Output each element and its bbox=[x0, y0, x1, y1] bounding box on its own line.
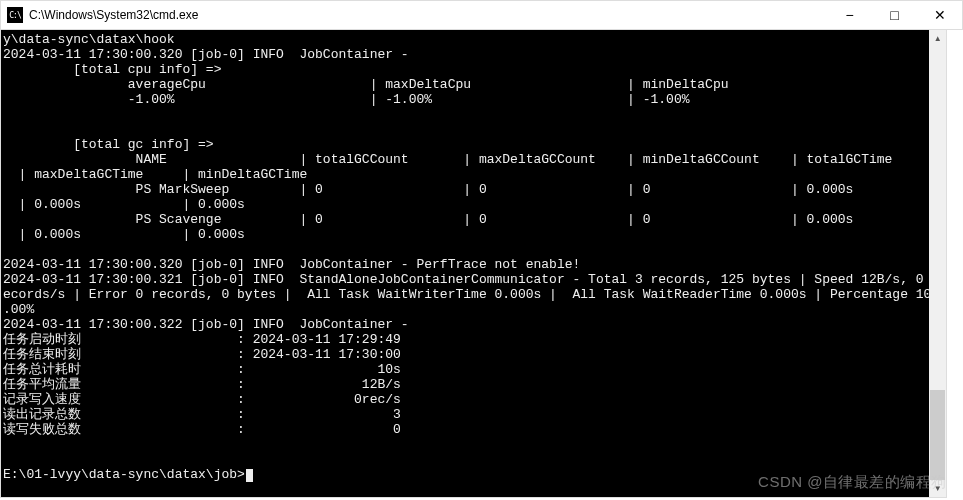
output-line: [total gc info] => bbox=[3, 137, 214, 152]
output-line: 记录写入速度 : 0rec/s bbox=[3, 392, 401, 407]
output-line: | 0.000s | 0.000s bbox=[3, 197, 245, 212]
output-line bbox=[3, 452, 11, 467]
output-line: y\data-sync\datax\hook bbox=[3, 32, 175, 47]
maximize-button[interactable]: □ bbox=[872, 1, 917, 30]
terminal-output[interactable]: y\data-sync\datax\hook 2024-03-11 17:30:… bbox=[1, 30, 929, 497]
output-line bbox=[3, 437, 11, 452]
window-titlebar: C:\ C:\Windows\System32\cmd.exe − □ ✕ bbox=[0, 0, 963, 30]
command-prompt[interactable]: E:\01-lvyy\data-sync\datax\job> bbox=[3, 467, 245, 482]
output-line: 2024-03-11 17:30:00.322 [job-0] INFO Job… bbox=[3, 317, 409, 332]
cursor-icon bbox=[246, 469, 253, 482]
output-line: 读写失败总数 : 0 bbox=[3, 422, 401, 437]
close-button[interactable]: ✕ bbox=[917, 1, 962, 30]
output-line: 2024-03-11 17:30:00.320 [job-0] INFO Job… bbox=[3, 47, 409, 62]
output-line bbox=[3, 242, 11, 257]
terminal-window: y\data-sync\datax\hook 2024-03-11 17:30:… bbox=[0, 30, 947, 498]
output-line: 读出记录总数 : 3 bbox=[3, 407, 401, 422]
output-line: 任务启动时刻 : 2024-03-11 17:29:49 bbox=[3, 332, 401, 347]
output-line: .00% bbox=[3, 302, 34, 317]
minimize-button[interactable]: − bbox=[827, 1, 872, 30]
cmd-icon: C:\ bbox=[7, 7, 23, 23]
output-line: 2024-03-11 17:30:00.321 [job-0] INFO Sta… bbox=[3, 272, 929, 287]
output-line bbox=[3, 107, 11, 122]
scroll-down-button[interactable]: ▼ bbox=[929, 480, 946, 497]
output-line: 任务结束时刻 : 2024-03-11 17:30:00 bbox=[3, 347, 401, 362]
output-line: -1.00% | -1.00% | -1.00% bbox=[3, 92, 690, 107]
output-line: | maxDeltaGCTime | minDeltaGCTime bbox=[3, 167, 307, 182]
output-line: PS Scavenge | 0 | 0 | 0 | 0.000s bbox=[3, 212, 853, 227]
output-line: 任务总计耗时 : 10s bbox=[3, 362, 401, 377]
output-line: 任务平均流量 : 12B/s bbox=[3, 377, 401, 392]
output-line: NAME | totalGCCount | maxDeltaGCCount | … bbox=[3, 152, 892, 167]
vertical-scrollbar[interactable]: ▲ ▼ bbox=[929, 30, 946, 497]
output-line: PS MarkSweep | 0 | 0 | 0 | 0.000s bbox=[3, 182, 853, 197]
output-line: averageCpu | maxDeltaCpu | minDeltaCpu bbox=[3, 77, 729, 92]
window-title: C:\Windows\System32\cmd.exe bbox=[29, 8, 198, 22]
output-line: | 0.000s | 0.000s bbox=[3, 227, 245, 242]
scroll-up-button[interactable]: ▲ bbox=[929, 30, 946, 47]
output-line: 2024-03-11 17:30:00.320 [job-0] INFO Job… bbox=[3, 257, 580, 272]
scroll-thumb[interactable] bbox=[930, 390, 945, 480]
output-line bbox=[3, 122, 11, 137]
output-line: ecords/s | Error 0 records, 0 bytes | Al… bbox=[3, 287, 929, 302]
output-line: [total cpu info] => bbox=[3, 62, 221, 77]
